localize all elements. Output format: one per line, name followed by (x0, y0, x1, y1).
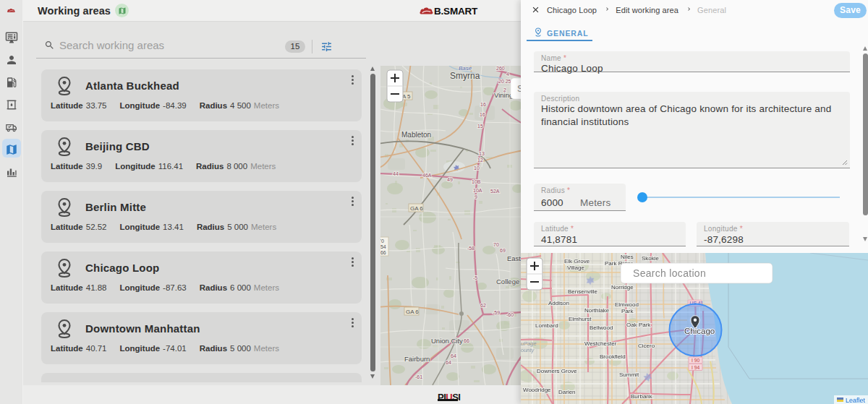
svg-text:-60: -60 (506, 312, 514, 317)
svg-text:-61: -61 (415, 374, 422, 379)
svg-text:260: 260 (496, 66, 505, 71)
svg-text:A 5: A 5 (402, 93, 411, 100)
svg-text:20 25: 20 25 (498, 79, 511, 84)
svg-text:16: 16 (480, 112, 485, 117)
svg-text:Elmhurst: Elmhurst (569, 316, 592, 322)
svg-text:Woodridge: Woodridge (523, 387, 551, 393)
svg-text:Northlake: Northlake (584, 307, 610, 314)
svg-text:Burbank: Burbank (631, 393, 653, 400)
svg-text:44: 44 (393, 171, 399, 176)
svg-text:Niles: Niles (621, 254, 634, 260)
svg-text:GA 6: GA 6 (406, 309, 419, 315)
svg-text:Fairburn: Fairburn (404, 355, 430, 363)
svg-text:15: 15 (477, 124, 483, 129)
svg-text:Oak Park: Oak Park (626, 322, 651, 328)
svg-text:Base: Base (459, 66, 472, 72)
svg-text:64: 64 (451, 353, 456, 358)
svg-text:Bellwood: Bellwood (590, 325, 613, 331)
svg-text:Leaflet: Leaflet (846, 397, 866, 404)
svg-text:10B: 10B (472, 179, 481, 184)
svg-text:166: 166 (380, 250, 386, 255)
svg-text:Park: Park (621, 308, 634, 314)
svg-text:2: 2 (503, 87, 506, 93)
svg-text:Mableton: Mableton (401, 131, 431, 139)
svg-text:Lombard: Lombard (535, 322, 558, 329)
svg-text:Elk Grove: Elk Grove (564, 258, 590, 265)
svg-text:64: 64 (446, 360, 451, 365)
svg-text:46A: 46A (422, 173, 432, 178)
svg-text:69: 69 (500, 248, 506, 253)
svg-text:-58: -58 (467, 246, 475, 251)
svg-text:Summit: Summit (619, 371, 639, 378)
svg-text:10: 10 (474, 166, 480, 171)
svg-text:Bensenville: Bensenville (568, 288, 597, 295)
svg-text:-5: -5 (473, 275, 477, 280)
svg-text:66: 66 (464, 338, 469, 343)
svg-text:Brookfield: Brookfield (600, 353, 626, 360)
svg-text:70: 70 (380, 238, 384, 244)
svg-text:-59: -59 (493, 310, 500, 315)
svg-text:ounty: ounty (521, 347, 535, 353)
svg-text:I 94: I 94 (692, 365, 700, 370)
svg-text:9: 9 (475, 194, 477, 199)
svg-text:10A: 10A (473, 188, 482, 193)
svg-text:Smyrna: Smyrna (450, 71, 480, 81)
svg-text:154: 154 (380, 244, 386, 249)
svg-text:Skokie: Skokie (642, 255, 660, 262)
svg-text:Downers Grove: Downers Grove (537, 368, 577, 374)
svg-text:52A: 52A (490, 189, 500, 194)
svg-text:12: 12 (477, 158, 483, 163)
svg-text:Darien: Darien (558, 389, 576, 395)
svg-text:13: 13 (479, 151, 485, 156)
svg-text:GA 6: GA 6 (410, 205, 423, 212)
svg-text:70: 70 (493, 242, 499, 247)
svg-text:I 90: I 90 (692, 358, 700, 363)
svg-text:Village: Village (567, 265, 584, 271)
svg-text:62: 62 (480, 303, 486, 308)
svg-text:uPage: uPage (521, 340, 537, 347)
svg-text:49: 49 (447, 177, 453, 182)
svg-text:Norridge: Norridge (611, 284, 634, 291)
svg-text:Search location: Search location (633, 267, 706, 279)
svg-text:Addison: Addison (548, 300, 569, 306)
svg-text:Union City: Union City (431, 337, 463, 345)
svg-text:Elmwood: Elmwood (615, 301, 639, 308)
svg-text:4: 4 (506, 72, 509, 77)
svg-text:Cicero: Cicero (638, 343, 655, 349)
svg-text:East: East (507, 254, 521, 262)
svg-text:16: 16 (480, 102, 486, 107)
svg-text:Westchester: Westchester (584, 340, 617, 347)
svg-text:Chicago: Chicago (684, 327, 715, 335)
